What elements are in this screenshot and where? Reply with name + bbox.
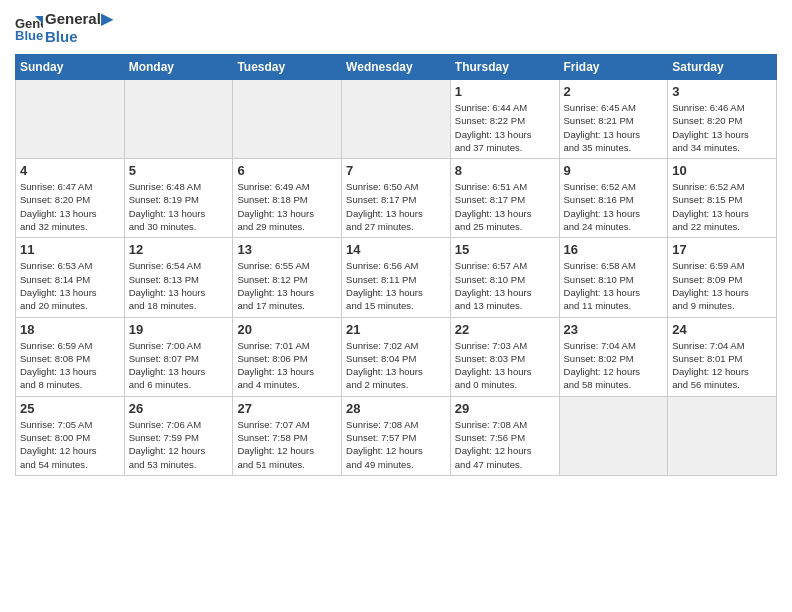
calendar-cell: 1Sunrise: 6:44 AM Sunset: 8:22 PM Daylig… xyxy=(450,80,559,159)
calendar-cell: 21Sunrise: 7:02 AM Sunset: 8:04 PM Dayli… xyxy=(342,317,451,396)
day-info: Sunrise: 7:00 AM Sunset: 8:07 PM Dayligh… xyxy=(129,339,229,392)
calendar-cell xyxy=(233,80,342,159)
calendar-cell: 18Sunrise: 6:59 AM Sunset: 8:08 PM Dayli… xyxy=(16,317,125,396)
day-info: Sunrise: 7:07 AM Sunset: 7:58 PM Dayligh… xyxy=(237,418,337,471)
day-number: 1 xyxy=(455,84,555,99)
calendar-cell xyxy=(668,396,777,475)
day-info: Sunrise: 7:08 AM Sunset: 7:56 PM Dayligh… xyxy=(455,418,555,471)
calendar-cell xyxy=(16,80,125,159)
day-info: Sunrise: 6:54 AM Sunset: 8:13 PM Dayligh… xyxy=(129,259,229,312)
day-number: 22 xyxy=(455,322,555,337)
calendar-week-3: 11Sunrise: 6:53 AM Sunset: 8:14 PM Dayli… xyxy=(16,238,777,317)
day-number: 9 xyxy=(564,163,664,178)
day-number: 14 xyxy=(346,242,446,257)
calendar-cell xyxy=(124,80,233,159)
day-header-tuesday: Tuesday xyxy=(233,55,342,80)
calendar-cell: 5Sunrise: 6:48 AM Sunset: 8:19 PM Daylig… xyxy=(124,159,233,238)
day-info: Sunrise: 6:44 AM Sunset: 8:22 PM Dayligh… xyxy=(455,101,555,154)
calendar-cell: 10Sunrise: 6:52 AM Sunset: 8:15 PM Dayli… xyxy=(668,159,777,238)
day-header-saturday: Saturday xyxy=(668,55,777,80)
calendar-cell: 19Sunrise: 7:00 AM Sunset: 8:07 PM Dayli… xyxy=(124,317,233,396)
day-number: 17 xyxy=(672,242,772,257)
day-info: Sunrise: 6:56 AM Sunset: 8:11 PM Dayligh… xyxy=(346,259,446,312)
day-number: 18 xyxy=(20,322,120,337)
day-number: 10 xyxy=(672,163,772,178)
day-info: Sunrise: 7:04 AM Sunset: 8:02 PM Dayligh… xyxy=(564,339,664,392)
day-number: 24 xyxy=(672,322,772,337)
day-info: Sunrise: 7:01 AM Sunset: 8:06 PM Dayligh… xyxy=(237,339,337,392)
svg-text:Blue: Blue xyxy=(15,28,43,42)
day-info: Sunrise: 6:46 AM Sunset: 8:20 PM Dayligh… xyxy=(672,101,772,154)
logo-icon: General Blue xyxy=(15,14,43,42)
calendar-cell xyxy=(559,396,668,475)
day-info: Sunrise: 6:52 AM Sunset: 8:16 PM Dayligh… xyxy=(564,180,664,233)
day-info: Sunrise: 6:45 AM Sunset: 8:21 PM Dayligh… xyxy=(564,101,664,154)
calendar-cell: 13Sunrise: 6:55 AM Sunset: 8:12 PM Dayli… xyxy=(233,238,342,317)
day-info: Sunrise: 6:52 AM Sunset: 8:15 PM Dayligh… xyxy=(672,180,772,233)
calendar-table: SundayMondayTuesdayWednesdayThursdayFrid… xyxy=(15,54,777,476)
calendar-cell: 27Sunrise: 7:07 AM Sunset: 7:58 PM Dayli… xyxy=(233,396,342,475)
calendar-cell: 2Sunrise: 6:45 AM Sunset: 8:21 PM Daylig… xyxy=(559,80,668,159)
calendar-cell: 4Sunrise: 6:47 AM Sunset: 8:20 PM Daylig… xyxy=(16,159,125,238)
day-number: 19 xyxy=(129,322,229,337)
calendar-cell: 26Sunrise: 7:06 AM Sunset: 7:59 PM Dayli… xyxy=(124,396,233,475)
day-number: 7 xyxy=(346,163,446,178)
day-number: 26 xyxy=(129,401,229,416)
day-header-sunday: Sunday xyxy=(16,55,125,80)
day-info: Sunrise: 6:59 AM Sunset: 8:09 PM Dayligh… xyxy=(672,259,772,312)
day-header-thursday: Thursday xyxy=(450,55,559,80)
day-info: Sunrise: 6:59 AM Sunset: 8:08 PM Dayligh… xyxy=(20,339,120,392)
day-info: Sunrise: 6:47 AM Sunset: 8:20 PM Dayligh… xyxy=(20,180,120,233)
day-number: 6 xyxy=(237,163,337,178)
calendar-cell: 8Sunrise: 6:51 AM Sunset: 8:17 PM Daylig… xyxy=(450,159,559,238)
logo-blue: Blue xyxy=(45,28,113,46)
calendar-cell: 9Sunrise: 6:52 AM Sunset: 8:16 PM Daylig… xyxy=(559,159,668,238)
calendar-cell: 3Sunrise: 6:46 AM Sunset: 8:20 PM Daylig… xyxy=(668,80,777,159)
day-info: Sunrise: 7:04 AM Sunset: 8:01 PM Dayligh… xyxy=(672,339,772,392)
day-number: 4 xyxy=(20,163,120,178)
calendar-cell: 11Sunrise: 6:53 AM Sunset: 8:14 PM Dayli… xyxy=(16,238,125,317)
day-info: Sunrise: 6:48 AM Sunset: 8:19 PM Dayligh… xyxy=(129,180,229,233)
logo-text: General▶ xyxy=(45,10,113,28)
day-info: Sunrise: 6:55 AM Sunset: 8:12 PM Dayligh… xyxy=(237,259,337,312)
day-info: Sunrise: 6:57 AM Sunset: 8:10 PM Dayligh… xyxy=(455,259,555,312)
day-number: 12 xyxy=(129,242,229,257)
day-info: Sunrise: 6:50 AM Sunset: 8:17 PM Dayligh… xyxy=(346,180,446,233)
day-info: Sunrise: 7:03 AM Sunset: 8:03 PM Dayligh… xyxy=(455,339,555,392)
day-number: 27 xyxy=(237,401,337,416)
calendar-cell: 23Sunrise: 7:04 AM Sunset: 8:02 PM Dayli… xyxy=(559,317,668,396)
header: General Blue General▶ Blue xyxy=(15,10,777,46)
calendar-cell: 7Sunrise: 6:50 AM Sunset: 8:17 PM Daylig… xyxy=(342,159,451,238)
day-info: Sunrise: 7:06 AM Sunset: 7:59 PM Dayligh… xyxy=(129,418,229,471)
calendar-week-5: 25Sunrise: 7:05 AM Sunset: 8:00 PM Dayli… xyxy=(16,396,777,475)
calendar-week-4: 18Sunrise: 6:59 AM Sunset: 8:08 PM Dayli… xyxy=(16,317,777,396)
day-number: 2 xyxy=(564,84,664,99)
day-info: Sunrise: 6:49 AM Sunset: 8:18 PM Dayligh… xyxy=(237,180,337,233)
day-header-wednesday: Wednesday xyxy=(342,55,451,80)
calendar-cell: 17Sunrise: 6:59 AM Sunset: 8:09 PM Dayli… xyxy=(668,238,777,317)
calendar-cell: 16Sunrise: 6:58 AM Sunset: 8:10 PM Dayli… xyxy=(559,238,668,317)
day-number: 3 xyxy=(672,84,772,99)
day-number: 13 xyxy=(237,242,337,257)
calendar-cell: 25Sunrise: 7:05 AM Sunset: 8:00 PM Dayli… xyxy=(16,396,125,475)
day-info: Sunrise: 7:02 AM Sunset: 8:04 PM Dayligh… xyxy=(346,339,446,392)
day-number: 25 xyxy=(20,401,120,416)
day-info: Sunrise: 7:08 AM Sunset: 7:57 PM Dayligh… xyxy=(346,418,446,471)
day-number: 11 xyxy=(20,242,120,257)
calendar-cell: 15Sunrise: 6:57 AM Sunset: 8:10 PM Dayli… xyxy=(450,238,559,317)
day-number: 8 xyxy=(455,163,555,178)
day-number: 21 xyxy=(346,322,446,337)
calendar-header-row: SundayMondayTuesdayWednesdayThursdayFrid… xyxy=(16,55,777,80)
calendar-cell: 22Sunrise: 7:03 AM Sunset: 8:03 PM Dayli… xyxy=(450,317,559,396)
calendar-week-1: 1Sunrise: 6:44 AM Sunset: 8:22 PM Daylig… xyxy=(16,80,777,159)
day-info: Sunrise: 6:58 AM Sunset: 8:10 PM Dayligh… xyxy=(564,259,664,312)
day-number: 16 xyxy=(564,242,664,257)
day-number: 5 xyxy=(129,163,229,178)
calendar-week-2: 4Sunrise: 6:47 AM Sunset: 8:20 PM Daylig… xyxy=(16,159,777,238)
calendar-cell: 14Sunrise: 6:56 AM Sunset: 8:11 PM Dayli… xyxy=(342,238,451,317)
day-header-friday: Friday xyxy=(559,55,668,80)
day-number: 28 xyxy=(346,401,446,416)
logo: General Blue General▶ Blue xyxy=(15,10,113,46)
calendar-cell: 12Sunrise: 6:54 AM Sunset: 8:13 PM Dayli… xyxy=(124,238,233,317)
calendar-cell: 24Sunrise: 7:04 AM Sunset: 8:01 PM Dayli… xyxy=(668,317,777,396)
